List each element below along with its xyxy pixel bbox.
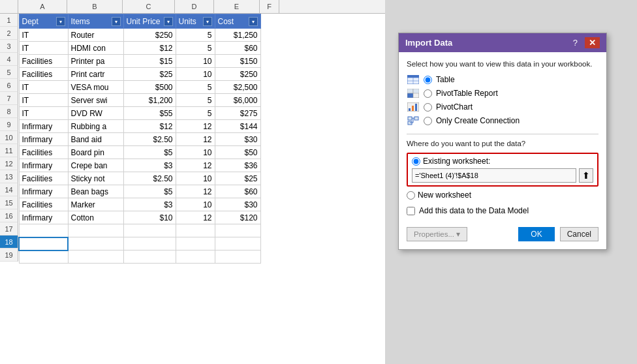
cell[interactable]: Server swi (68, 94, 123, 107)
cancel-button[interactable]: Cancel (560, 227, 598, 241)
row-num-5[interactable]: 5 (0, 66, 18, 79)
empty-cell[interactable] (123, 224, 176, 237)
radio-new-ws[interactable] (407, 191, 415, 200)
cell[interactable]: 12 (176, 211, 215, 224)
cell[interactable]: $55 (123, 107, 176, 120)
cell[interactable]: $2,500 (215, 81, 260, 94)
cell[interactable]: Facilities (19, 55, 68, 68)
radio-existing-ws[interactable] (412, 157, 420, 166)
existing-ws-input[interactable] (412, 168, 576, 183)
cell[interactable]: $15 (123, 55, 176, 68)
cell[interactable]: IT (19, 29, 68, 42)
cell[interactable]: $3 (123, 198, 176, 211)
row-num-7[interactable]: 7 (0, 92, 18, 105)
cell[interactable]: 10 (176, 68, 215, 81)
cell[interactable]: Crepe ban (68, 159, 123, 172)
empty-cell[interactable] (176, 224, 215, 237)
row-num-11[interactable]: 11 (0, 144, 18, 157)
empty-cell[interactable] (123, 250, 176, 264)
cell[interactable]: Bean bags (68, 185, 123, 198)
row-num-18[interactable]: 18 (0, 235, 18, 249)
cell[interactable]: 12 (176, 120, 215, 133)
properties-button[interactable]: Properties... ▾ (407, 227, 467, 241)
cell[interactable]: $250 (215, 68, 260, 81)
cell[interactable]: 12 (176, 133, 215, 146)
cell[interactable]: 5 (176, 94, 215, 107)
row-num-8[interactable]: 8 (0, 105, 18, 118)
cell[interactable]: $10 (123, 211, 176, 224)
row-num-13[interactable]: 13 (0, 170, 18, 183)
th-items[interactable]: Items ▾ (68, 14, 123, 29)
cell[interactable]: $30 (215, 133, 260, 146)
cell[interactable]: $50 (215, 146, 260, 159)
cell[interactable]: Infirmary (19, 159, 68, 172)
cell[interactable]: Board pin (68, 146, 123, 159)
cell[interactable]: $5 (123, 146, 176, 159)
cell[interactable]: Band aid (68, 133, 123, 146)
empty-cell[interactable] (19, 224, 68, 237)
filter-dept-icon[interactable]: ▾ (56, 17, 65, 26)
row-num-14[interactable]: 14 (0, 183, 18, 196)
cell[interactable]: Infirmary (19, 120, 68, 133)
cell[interactable]: $144 (215, 120, 260, 133)
cell[interactable]: Facilities (19, 198, 68, 211)
empty-cell[interactable] (215, 224, 260, 237)
cell[interactable]: Cotton (68, 211, 123, 224)
cell[interactable]: $3 (123, 159, 176, 172)
cell[interactable]: 5 (176, 107, 215, 120)
cell[interactable]: $250 (123, 29, 176, 42)
cell[interactable]: $2.50 (123, 133, 176, 146)
th-cost[interactable]: Cost ▾ (215, 14, 260, 29)
cell[interactable]: 10 (176, 172, 215, 185)
empty-cell[interactable] (19, 250, 68, 264)
cell[interactable]: HDMI con (68, 42, 123, 55)
cell[interactable]: Marker (68, 198, 123, 211)
empty-cell[interactable] (19, 237, 68, 250)
cell[interactable]: $36 (215, 159, 260, 172)
filter-units-icon[interactable]: ▾ (203, 17, 212, 26)
cell[interactable]: 10 (176, 198, 215, 211)
row-num-4[interactable]: 4 (0, 53, 18, 66)
filter-unit-price-icon[interactable]: ▾ (164, 17, 173, 26)
cell[interactable]: 12 (176, 185, 215, 198)
empty-cell[interactable] (68, 224, 123, 237)
cell[interactable]: IT (19, 107, 68, 120)
row-num-19[interactable]: 19 (0, 249, 18, 262)
radio-connection[interactable] (424, 117, 432, 125)
dialog-close-button[interactable]: ✕ (585, 37, 600, 48)
col-header-a[interactable]: A (18, 0, 67, 13)
cell[interactable]: $5 (123, 185, 176, 198)
cell[interactable]: IT (19, 81, 68, 94)
cell[interactable]: $12 (123, 42, 176, 55)
cell[interactable]: $25 (215, 172, 260, 185)
cell[interactable]: $12 (123, 120, 176, 133)
radio-table[interactable] (424, 76, 432, 84)
radio-pivot[interactable] (424, 89, 432, 98)
cell[interactable]: $120 (215, 211, 260, 224)
row-num-6[interactable]: 6 (0, 79, 18, 92)
cell[interactable]: $275 (215, 107, 260, 120)
cell[interactable]: $6,000 (215, 94, 260, 107)
cell[interactable]: Infirmary (19, 211, 68, 224)
cell[interactable]: Infirmary (19, 185, 68, 198)
row-num-10[interactable]: 10 (0, 131, 18, 144)
cell[interactable]: VESA mou (68, 81, 123, 94)
cell[interactable]: Router (68, 29, 123, 42)
row-num-16[interactable]: 16 (0, 209, 18, 222)
cell[interactable]: $60 (215, 42, 260, 55)
cell[interactable]: Infirmary (19, 133, 68, 146)
empty-cell[interactable] (68, 250, 123, 264)
cell[interactable]: DVD RW (68, 107, 123, 120)
row-num-15[interactable]: 15 (0, 196, 18, 209)
cell[interactable]: Facilities (19, 68, 68, 81)
th-unit-price[interactable]: Unit Price ▾ (123, 14, 176, 29)
col-header-c[interactable]: C (123, 0, 175, 13)
radio-pivotchart[interactable] (424, 103, 432, 112)
cell[interactable]: 5 (176, 81, 215, 94)
cell[interactable]: Rubbing a (68, 120, 123, 133)
col-header-f[interactable]: F (260, 0, 279, 13)
ok-button[interactable]: OK (518, 227, 554, 241)
cell[interactable]: Sticky not (68, 172, 123, 185)
cell[interactable]: 5 (176, 42, 215, 55)
th-dept[interactable]: Dept ▾ (19, 14, 68, 29)
